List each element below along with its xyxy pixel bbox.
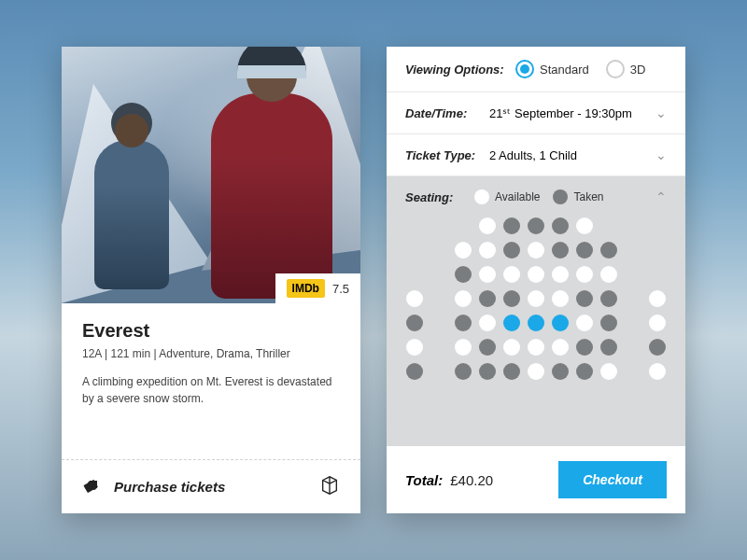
- seat-taken: [576, 242, 593, 259]
- seat-gap: [430, 339, 447, 356]
- movie-poster: IMDb 7.5: [62, 47, 360, 303]
- radio-icon: [606, 60, 625, 78]
- radio-icon: [515, 60, 534, 78]
- cinema-icon: [319, 475, 340, 498]
- seat-gap: [430, 242, 447, 259]
- seat-available[interactable]: [576, 217, 593, 234]
- datetime-selector[interactable]: Date/Time: 21ˢᵗ September - 19:30pm ⌄: [387, 92, 685, 134]
- total-value: £40.20: [450, 472, 493, 488]
- total-label: Total:: [405, 472, 443, 488]
- seat-taken: [406, 315, 423, 331]
- seat-gap: [625, 339, 641, 356]
- viewing-option-standard[interactable]: Standard: [515, 60, 589, 78]
- seat-taken: [576, 363, 593, 380]
- viewing-option-3d[interactable]: 3D: [606, 60, 646, 78]
- seat-row: [406, 266, 666, 283]
- seat-row: [406, 242, 666, 259]
- seat-taken: [528, 217, 544, 234]
- seat-taken: [552, 217, 569, 234]
- imdb-logo: IMDb: [287, 279, 325, 298]
- seat-available[interactable]: [552, 339, 569, 356]
- seat-available[interactable]: [406, 290, 423, 307]
- seat-available[interactable]: [455, 339, 472, 356]
- movie-title: Everest: [82, 320, 340, 342]
- seat-taken: [600, 242, 617, 259]
- seat-available[interactable]: [479, 217, 496, 234]
- seat-available[interactable]: [528, 339, 544, 356]
- seat-row: [406, 290, 666, 307]
- seating-label: Seating:: [405, 190, 461, 204]
- seat-gap: [649, 266, 666, 283]
- seat-available[interactable]: [479, 315, 496, 331]
- seat-available[interactable]: [528, 363, 544, 380]
- seat-taken: [406, 363, 423, 380]
- seat-available[interactable]: [576, 266, 593, 283]
- seat-taken: [576, 290, 593, 307]
- seat-available[interactable]: [576, 315, 593, 331]
- seat-gap: [430, 266, 447, 283]
- seat-gap: [625, 242, 641, 259]
- seat-gap: [649, 217, 666, 234]
- movie-card: IMDb 7.5 Everest 12A | 121 min | Adventu…: [62, 47, 360, 513]
- movie-info: Everest 12A | 121 min | Adventure, Drama…: [62, 303, 360, 459]
- seat-available[interactable]: [503, 339, 520, 356]
- seat-available[interactable]: [600, 266, 617, 283]
- seat-gap: [625, 315, 641, 331]
- seat-taken: [455, 266, 472, 283]
- seat-gap: [406, 266, 423, 283]
- seat-taken: [649, 339, 666, 356]
- seat-row: [406, 339, 666, 356]
- seat-gap: [625, 217, 641, 234]
- ticket-type-selector[interactable]: Ticket Type: 2 Adults, 1 Child ⌄: [387, 134, 685, 176]
- seat-taken: [600, 290, 617, 307]
- seat-taken: [503, 242, 520, 259]
- seat-available[interactable]: [479, 242, 496, 259]
- seat-gap: [455, 217, 472, 234]
- seat-available[interactable]: [406, 339, 423, 356]
- seat-taken: [479, 339, 496, 356]
- seat-available[interactable]: [552, 290, 569, 307]
- seat-available[interactable]: [455, 290, 472, 307]
- seat-taken: [576, 339, 593, 356]
- imdb-rating: 7.5: [332, 282, 349, 296]
- movie-meta: 12A | 121 min | Adventure, Drama, Thrill…: [82, 347, 340, 360]
- seat-gap: [625, 266, 641, 283]
- seat-available[interactable]: [528, 266, 544, 283]
- seat-taken: [479, 290, 496, 307]
- seat-selected[interactable]: [528, 315, 544, 331]
- viewing-options-row: Viewing Options: Standard 3D: [387, 47, 685, 92]
- ticket-type-label: Ticket Type:: [405, 148, 489, 162]
- seat-available[interactable]: [528, 290, 544, 307]
- seat-available[interactable]: [600, 363, 617, 380]
- seat-row: [406, 315, 666, 331]
- seat-gap: [625, 290, 641, 307]
- seat-taken: [455, 363, 472, 380]
- seat-available[interactable]: [649, 290, 666, 307]
- checkout-button[interactable]: Checkout: [558, 461, 667, 498]
- seat-selected[interactable]: [503, 315, 520, 331]
- seat-taken: [600, 339, 617, 356]
- seat-gap: [406, 217, 423, 234]
- seat-available[interactable]: [503, 266, 520, 283]
- total-row: Total: £40.20 Checkout: [387, 446, 685, 513]
- purchase-tickets-button[interactable]: Purchase tickets: [62, 460, 360, 513]
- legend-available: Available: [474, 189, 540, 204]
- seat-available[interactable]: [649, 363, 666, 380]
- seat-gap: [625, 363, 641, 380]
- seat-available[interactable]: [528, 242, 544, 259]
- seat-selected[interactable]: [552, 315, 569, 331]
- seat-gap: [406, 242, 423, 259]
- imdb-badge: IMDb 7.5: [275, 273, 360, 303]
- seat-available[interactable]: [455, 242, 472, 259]
- seat-available[interactable]: [649, 315, 666, 331]
- seat-taken: [503, 363, 520, 380]
- seat-gap: [430, 290, 447, 307]
- seat-available[interactable]: [552, 266, 569, 283]
- seat-row: [406, 217, 666, 234]
- seat-available[interactable]: [479, 266, 496, 283]
- movie-description: A climbing expedition on Mt. Everest is …: [82, 373, 340, 407]
- legend-taken: Taken: [553, 189, 603, 204]
- seat-taken: [552, 242, 569, 259]
- seat-map: [405, 217, 667, 380]
- ticket-icon: [82, 475, 103, 498]
